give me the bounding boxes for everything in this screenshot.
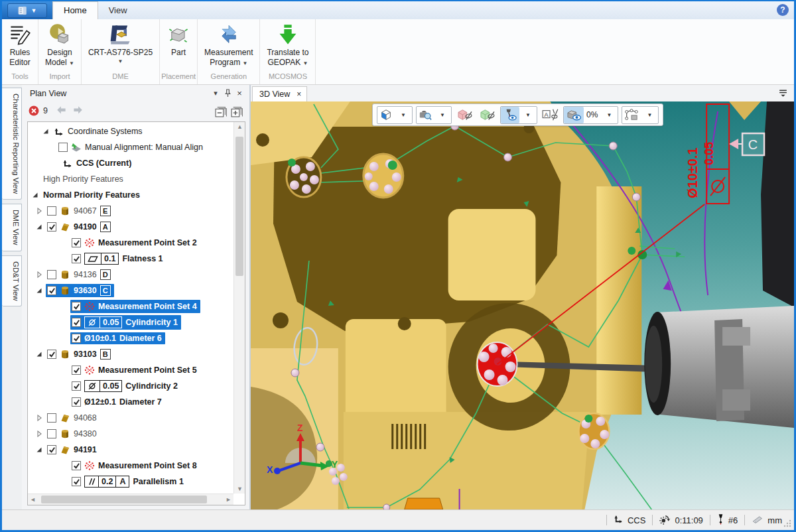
panel-menu-caret-icon[interactable]: ▾ xyxy=(210,88,222,99)
expander-open-icon[interactable] xyxy=(42,127,52,135)
svg-text:A: A xyxy=(545,111,549,118)
tree-row[interactable]: 93630C xyxy=(28,283,233,299)
tree-row[interactable]: 0.05Cylindricity 2 xyxy=(28,378,233,394)
ribbon-button-design[interactable]: DesignModel ▼ xyxy=(40,21,80,72)
tree-row[interactable]: 94190A xyxy=(28,219,233,235)
tree-row[interactable]: Measurement Point Set 5 xyxy=(28,362,233,378)
checkbox[interactable] xyxy=(47,413,56,423)
tree-row[interactable]: Coordinate Systems xyxy=(28,123,233,139)
checkbox[interactable] xyxy=(47,206,56,216)
tree-row-label: 94067 xyxy=(74,206,97,216)
tree-row[interactable]: 0.05Cylindricity 1 xyxy=(28,314,233,330)
tree-row[interactable]: 94191 xyxy=(28,442,233,458)
viewport-3d[interactable]: Ø10±0.1 0.05 C xyxy=(251,101,794,509)
tab-3d-view[interactable]: 3D View × xyxy=(252,86,307,101)
pts-icon xyxy=(84,365,95,375)
tree-row[interactable]: Ø12±0.1Diameter 7 xyxy=(28,394,233,410)
side-tab-2[interactable]: GD&T View xyxy=(2,255,22,307)
resize-grip[interactable] xyxy=(783,519,791,527)
side-tab-1[interactable]: DME View xyxy=(2,204,22,251)
zoom-camera-caret[interactable]: ▼ xyxy=(434,107,451,123)
checkbox[interactable] xyxy=(72,477,81,486)
tree-row-label: Diameter 6 xyxy=(119,334,162,343)
ribbon-tab-view[interactable]: View xyxy=(98,2,138,19)
pin-icon[interactable] xyxy=(222,88,233,99)
tree-row[interactable]: Measurement Point Set 2 xyxy=(28,235,233,251)
tree-horizontal-scrollbar[interactable]: ◄ ► xyxy=(28,494,233,505)
expander-open-icon[interactable] xyxy=(36,223,46,231)
part-transparency-button[interactable] xyxy=(564,107,584,123)
tree-row[interactable]: Ø10±0.1Diameter 6 xyxy=(28,330,233,346)
ribbon-tab-home[interactable]: Home xyxy=(52,1,98,19)
checkbox[interactable] xyxy=(72,397,81,407)
datum-label: A xyxy=(100,222,111,232)
tree-row[interactable]: Measurement Point Set 8 xyxy=(28,458,233,474)
pane-menu-icon[interactable] xyxy=(778,88,789,98)
hide-green-geometry-button[interactable] xyxy=(478,106,497,124)
tree-row[interactable]: 0.1Flatness 1 xyxy=(28,251,233,267)
tree-row[interactable]: Normal Priority Features xyxy=(28,187,233,203)
checkbox[interactable] xyxy=(72,461,81,470)
ribbon-button-cmm[interactable]: CRT-AS776-SP25▼ xyxy=(83,21,158,72)
expander-closed-icon[interactable] xyxy=(36,207,46,215)
checkbox[interactable] xyxy=(72,302,81,311)
path-display-caret[interactable]: ▼ xyxy=(641,107,658,123)
hide-labels-button[interactable]: A xyxy=(541,106,560,124)
panel-close-icon[interactable]: × xyxy=(233,88,245,99)
show-probe-button[interactable] xyxy=(501,107,519,123)
checkbox[interactable] xyxy=(47,350,56,359)
expander-open-icon[interactable] xyxy=(36,287,46,295)
tree-row[interactable]: 94136D xyxy=(28,267,233,283)
view-orientation-button[interactable] xyxy=(377,107,395,123)
expander-closed-icon[interactable] xyxy=(36,414,46,422)
view-orientation-caret[interactable]: ▼ xyxy=(395,107,412,123)
ribbon-group-label: Generation xyxy=(199,72,258,84)
expand-all-button[interactable] xyxy=(231,105,243,117)
expander-closed-icon[interactable] xyxy=(36,430,46,438)
tree-row[interactable]: 0.2AParallelism 1 xyxy=(28,474,233,490)
tree-row[interactable]: CCS (Current) xyxy=(28,155,233,171)
ribbon-button-part[interactable]: Part xyxy=(162,21,195,72)
tree-row[interactable]: 94067E xyxy=(28,203,233,219)
hide-red-geometry-button[interactable] xyxy=(455,106,474,124)
cyl-icon xyxy=(60,285,70,296)
checkbox[interactable] xyxy=(47,222,56,232)
expander-open-icon[interactable] xyxy=(36,350,46,358)
ribbon-group-label: Placement xyxy=(161,72,196,84)
expander-open-icon[interactable] xyxy=(32,191,42,199)
checkbox[interactable] xyxy=(47,445,56,454)
show-probe-caret[interactable]: ▼ xyxy=(519,107,537,123)
checkbox[interactable] xyxy=(47,429,56,438)
tree-row[interactable]: Manual Alignment: Manual Align xyxy=(28,139,233,155)
checkbox[interactable] xyxy=(72,366,81,375)
collapse-all-button[interactable] xyxy=(215,105,227,117)
side-tab-0[interactable]: Characteristic Reporting View xyxy=(2,88,22,200)
tree-row[interactable]: 93103B xyxy=(28,346,233,362)
checkbox[interactable] xyxy=(72,334,81,343)
checkbox[interactable] xyxy=(47,270,56,279)
tree-row[interactable]: Measurement Point Set 4 xyxy=(28,299,233,314)
ribbon-button-measure[interactable]: MeasurementProgram ▼ xyxy=(199,21,258,72)
back-button[interactable] xyxy=(56,105,68,117)
help-button[interactable]: ? xyxy=(777,4,789,16)
checkbox[interactable] xyxy=(47,286,56,295)
tree-row[interactable]: 94068 xyxy=(28,410,233,426)
checkbox[interactable] xyxy=(58,143,68,152)
expander-open-icon[interactable] xyxy=(36,446,46,454)
ribbon-button-geopak[interactable]: Translate toGEOPAK ▼ xyxy=(261,21,314,72)
checkbox[interactable] xyxy=(72,318,81,327)
transparency-caret[interactable]: ▼ xyxy=(600,107,618,123)
path-display-button[interactable] xyxy=(622,107,641,123)
zoom-camera-button[interactable] xyxy=(417,107,434,123)
app-menu-button[interactable]: ▼ xyxy=(7,3,47,18)
ribbon-button-rules[interactable]: RulesEditor xyxy=(3,21,36,72)
checkbox[interactable] xyxy=(72,381,81,391)
tree-row[interactable]: 94380 xyxy=(28,426,233,442)
checkbox[interactable] xyxy=(72,254,81,263)
tree-vertical-scrollbar[interactable]: ▲ ▼ xyxy=(233,122,245,494)
checkbox[interactable] xyxy=(72,238,81,247)
tab-close-icon[interactable]: × xyxy=(297,90,301,99)
expander-closed-icon[interactable] xyxy=(36,271,46,279)
forward-button[interactable] xyxy=(72,105,84,117)
tree-row[interactable]: High Priority Features xyxy=(28,171,233,187)
